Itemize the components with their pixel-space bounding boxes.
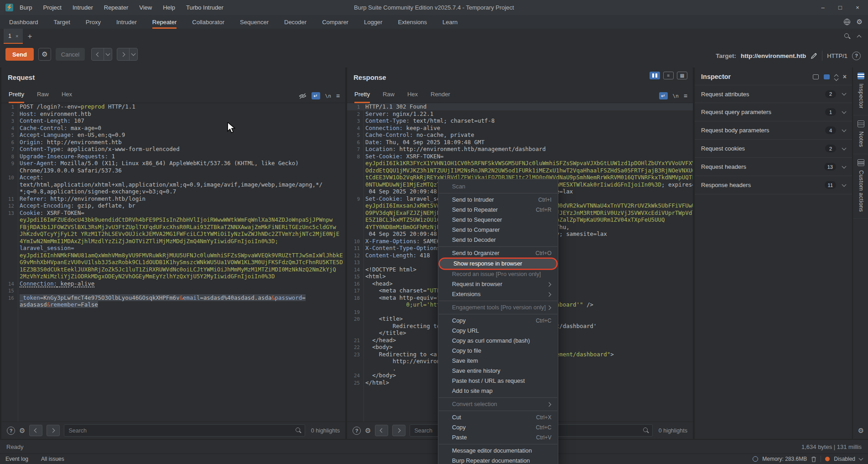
menu-item-request-in-browser[interactable]: Request in browser xyxy=(438,279,558,289)
menu-item-send-to-repeater[interactable]: Send to RepeaterCtrl+R xyxy=(438,205,558,215)
request-editor[interactable]: 1POST /login?--env=preprod HTTP/1.12Host… xyxy=(1,103,345,422)
menu-burp[interactable]: Burp xyxy=(20,4,32,11)
close-button[interactable]: × xyxy=(849,0,866,15)
menu-item-save-entire-history[interactable]: Save entire history xyxy=(438,366,558,376)
code-row[interactable]: 4YmIwN2NmMmI1MDAxZjhlMzdlYzZiZjJmOTViZTl… xyxy=(1,238,345,245)
code-row[interactable]: 8Set-Cookie: XSRF-TOKEN= xyxy=(347,153,693,160)
chevron-down-icon[interactable] xyxy=(842,91,847,96)
code-row[interactable]: 16_token=KnGy3pLwfmcT4e975O3OlbLyou46GOs… xyxy=(1,294,345,302)
code-row[interactable]: 11Referer: http://environment.htb/login xyxy=(1,195,345,203)
code-row[interactable]: 6Date: Thu, 04 Sep 2025 18:09:48 GMT xyxy=(347,139,693,146)
tab-sequencer[interactable]: Sequencer xyxy=(240,15,269,29)
all-issues-button[interactable]: All issues xyxy=(41,456,64,462)
prev-match-button[interactable] xyxy=(29,425,42,436)
help-icon[interactable]: ? xyxy=(852,52,861,60)
minimize-button[interactable]: – xyxy=(814,0,832,15)
close-icon[interactable]: × xyxy=(843,73,847,80)
proxy-status-label[interactable]: Disabled xyxy=(834,456,855,462)
code-row[interactable]: 15 xyxy=(1,287,345,294)
repeater-tab-1[interactable]: 1 × xyxy=(4,29,23,44)
code-row[interactable]: eyJpdiI6Ik1KR3FYcX1YVHN1OH1CV0h5RFNFSkVW… xyxy=(347,160,693,167)
code-row[interactable]: 13Cookie: XSRF-TOKEN= xyxy=(1,209,345,217)
menu-view[interactable]: View xyxy=(139,4,152,11)
code-row[interactable]: JhKzdvQTcyYjFyL2t YRzM1T2hLSEVvOUJickJEM… xyxy=(1,230,345,238)
menu-item-send-to-sequencer[interactable]: Send to Sequencer xyxy=(438,215,558,225)
response-tab-hex[interactable]: Hex xyxy=(407,91,418,103)
settings-gear-icon[interactable]: ⚙ xyxy=(853,427,868,435)
menu-item-convert-selection[interactable]: Convert selection xyxy=(438,399,558,409)
code-row[interactable]: *;q=0.8,application/signed-exchange;v=b3… xyxy=(1,188,345,195)
code-row[interactable]: 3Content-Length: 107 xyxy=(1,117,345,125)
menu-item-send-to-intruder[interactable]: Send to IntruderCtrl+I xyxy=(438,195,558,205)
side-tab-custom-actions[interactable]: Custom actions xyxy=(853,154,868,219)
layout-rows-icon[interactable]: ≡ xyxy=(663,72,674,79)
response-tab-pretty[interactable]: Pretty xyxy=(354,91,370,103)
menu-item-send-to-comparer[interactable]: Send to Comparer xyxy=(438,225,558,235)
prev-match-button[interactable] xyxy=(375,425,388,436)
code-row[interactable]: laravel_session= xyxy=(1,245,345,252)
settings-gear-icon[interactable]: ⚙ xyxy=(857,18,863,26)
layout-columns-icon[interactable] xyxy=(650,72,660,79)
code-row[interactable]: 7Content-Type: application/x-www-form-ur… xyxy=(1,146,345,153)
chevron-down-icon[interactable] xyxy=(842,164,847,168)
menu-item-add-to-site-map[interactable]: Add to site map xyxy=(438,386,558,396)
tab-repeater[interactable]: Repeater xyxy=(152,15,177,29)
request-tab-hex[interactable]: Hex xyxy=(62,91,72,103)
code-row[interactable]: 14Connection: keep-alive xyxy=(1,280,345,287)
side-tab-notes[interactable]: Notes xyxy=(853,115,868,154)
edit-pencil-icon[interactable] xyxy=(811,52,817,59)
tab-target[interactable]: Target xyxy=(54,15,70,29)
chevron-down-icon[interactable] xyxy=(842,127,847,132)
menu-item-copy-url[interactable]: Copy URL xyxy=(438,326,558,336)
menu-repeater[interactable]: Repeater xyxy=(104,4,128,11)
chevron-down-icon[interactable] xyxy=(842,146,847,150)
maximize-button[interactable]: □ xyxy=(832,0,849,15)
code-row[interactable]: 1EZ3B3S0dCUktEeklJUXBhRjZoZk5Jc1luT1ZiRX… xyxy=(1,266,345,273)
tab-proxy[interactable]: Proxy xyxy=(86,15,101,29)
tab-dashboard[interactable]: Dashboard xyxy=(9,15,38,29)
inspector-section-response-headers[interactable]: Response headers11 xyxy=(695,176,852,194)
code-row[interactable]: asdasasd&remember=False xyxy=(1,301,345,308)
code-row[interactable]: 8Upgrade-Insecure-Requests: 1 xyxy=(1,153,345,160)
inspector-section-request-body-parameters[interactable]: Request body parameters4 xyxy=(695,121,852,140)
tab-extensions[interactable]: Extensions xyxy=(398,15,427,29)
menu-project[interactable]: Project xyxy=(43,4,61,11)
help-icon[interactable]: ? xyxy=(353,427,361,435)
chevron-down-icon[interactable] xyxy=(842,109,847,114)
code-row[interactable]: 3Content-Type: text/html; charset=utf-8 xyxy=(347,117,693,125)
search-icon[interactable] xyxy=(844,33,850,39)
chevron-down-icon[interactable] xyxy=(859,456,863,461)
inspector-section-request-attributes[interactable]: Request attributes2 xyxy=(695,85,852,103)
code-row[interactable]: 2MzVhYzNiMzliYjZiODRkMDgxODEyN2VhOGEyMmE… xyxy=(1,273,345,280)
tab-intruder[interactable]: Intruder xyxy=(116,15,137,29)
code-row[interactable]: 1HTTP/1.1 302 Found xyxy=(347,103,693,110)
code-row[interactable]: OdzdEtQQU1jMVJKZ3h1NTZUUjI1M2NsRnJNR2N2U… xyxy=(347,167,693,174)
response-tab-raw[interactable]: Raw xyxy=(383,91,395,103)
tab-learn[interactable]: Learn xyxy=(442,15,457,29)
add-tab-button[interactable]: + xyxy=(23,29,36,44)
close-tab-icon[interactable]: × xyxy=(16,33,18,39)
help-icon[interactable]: ? xyxy=(7,427,15,435)
editor-menu-icon[interactable]: ≡ xyxy=(684,92,687,99)
inspector-section-request-headers[interactable]: Request headers13 xyxy=(695,158,852,176)
tab-decoder[interactable]: Decoder xyxy=(284,15,307,29)
code-row[interactable]: Chrome/139.0.0.0 Safari/537.36 xyxy=(1,167,345,174)
search-settings-gear-icon[interactable]: ⚙ xyxy=(19,427,25,435)
chevron-up-icon[interactable] xyxy=(857,35,862,39)
collapse-all-icon[interactable] xyxy=(835,73,838,80)
event-log-button[interactable]: Event log xyxy=(5,456,28,462)
code-row[interactable]: 4Connection: keep-alive xyxy=(347,125,693,132)
code-row[interactable]: G9vMnhXbHVpanEzVU0vU1lsb3J5azRobk9CL1dOU… xyxy=(1,259,345,266)
next-match-button[interactable] xyxy=(392,425,405,436)
code-row[interactable]: 6Origin: http://environment.htb xyxy=(1,139,345,146)
menu-item-send-to-organizer[interactable]: Send to OrganizerCtrl+O xyxy=(438,248,558,258)
history-forward-button[interactable] xyxy=(117,48,138,61)
inspector-section-request-query-parameters[interactable]: Request query parameters1 xyxy=(695,103,852,121)
history-back-button[interactable] xyxy=(91,48,112,61)
code-row[interactable]: 2Server: nginx/1.22.1 xyxy=(347,110,693,118)
menu-intruder[interactable]: Intruder xyxy=(73,4,93,11)
show-newlines-icon[interactable]: \n xyxy=(325,93,331,99)
show-newlines-icon[interactable]: \n xyxy=(673,93,679,99)
code-row[interactable]: eyJpdiI6InhNMkFNWU81amQxWmhVMm8yVU9FMVRu… xyxy=(1,252,345,259)
chevron-down-icon[interactable] xyxy=(106,52,110,56)
